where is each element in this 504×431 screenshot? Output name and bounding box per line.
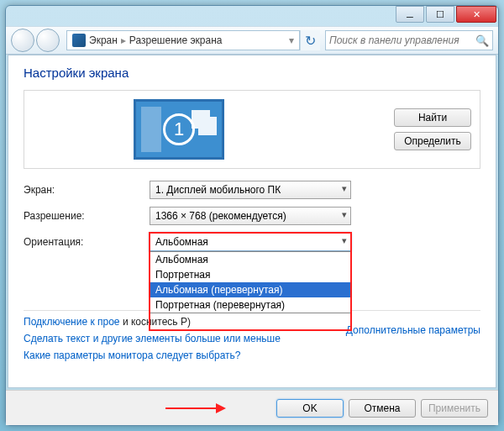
orientation-dropdown: Альбомная Портретная Альбомная (переверн… — [150, 251, 351, 313]
refresh-button[interactable]: ↻ — [300, 30, 320, 50]
orientation-option[interactable]: Альбомная — [150, 252, 350, 267]
orientation-option[interactable]: Альбомная (перевернутая) — [150, 282, 350, 297]
breadcrumb-item[interactable]: Разрешение экрана — [129, 34, 223, 46]
back-button[interactable] — [11, 29, 34, 52]
orientation-combo[interactable]: Альбомная — [150, 233, 351, 251]
breadcrumb-item[interactable]: Экран — [89, 34, 118, 46]
monitor-thumbnail[interactable]: 1 — [134, 99, 224, 160]
screen-label: Экран: — [24, 184, 150, 196]
search-box[interactable]: 🔍 — [325, 30, 493, 50]
monitor-help-link[interactable]: Какие параметры монитора следует выбрать… — [24, 350, 480, 361]
page-title: Настройки экрана — [24, 66, 480, 80]
display-preview: 1 Найти Определить — [24, 90, 480, 169]
content-area: Настройки экрана 1 Найти Определить Экра… — [8, 55, 496, 388]
detect-button[interactable]: Определить — [394, 132, 471, 150]
maximize-button[interactable]: ☐ — [426, 6, 454, 23]
orientation-option[interactable]: Портретная (перевернутая) — [150, 297, 350, 313]
ok-button[interactable]: OK — [276, 399, 344, 418]
orientation-label: Ориентация: — [24, 236, 150, 248]
breadcrumb[interactable]: Экран ▸ Разрешение экрана ▾ — [66, 30, 300, 50]
orientation-option[interactable]: Портретная — [150, 267, 350, 282]
chevron-down-icon[interactable]: ▾ — [286, 34, 297, 46]
cancel-button[interactable]: Отмена — [349, 399, 416, 418]
close-button[interactable]: ✕ — [456, 6, 496, 23]
display-icon — [72, 34, 86, 47]
screen-combo[interactable]: 1. Дисплей мобильного ПК — [150, 181, 351, 199]
titlebar: ─ ☐ ✕ — [6, 6, 498, 26]
chevron-right-icon: ▸ — [118, 34, 129, 46]
forward-button[interactable] — [36, 29, 60, 52]
search-input[interactable] — [329, 34, 475, 46]
monitor-number: 1 — [163, 113, 195, 145]
minimize-button[interactable]: ─ — [396, 6, 424, 23]
button-bar: OK Отмена Применить — [6, 390, 498, 425]
advanced-settings-link[interactable]: Дополнительные параметры — [346, 324, 480, 336]
arrow-annotation — [165, 401, 226, 416]
search-icon[interactable]: 🔍 — [475, 34, 489, 47]
window: ─ ☐ ✕ Экран ▸ Разрешение экрана ▾ ↻ 🔍 На… — [5, 5, 499, 426]
address-bar: Экран ▸ Разрешение экрана ▾ ↻ 🔍 — [6, 26, 498, 55]
find-button[interactable]: Найти — [394, 108, 471, 127]
resolution-combo[interactable]: 1366 × 768 (рекомендуется) — [150, 207, 351, 225]
apply-button[interactable]: Применить — [421, 399, 488, 418]
resolution-label: Разрешение: — [24, 210, 150, 222]
